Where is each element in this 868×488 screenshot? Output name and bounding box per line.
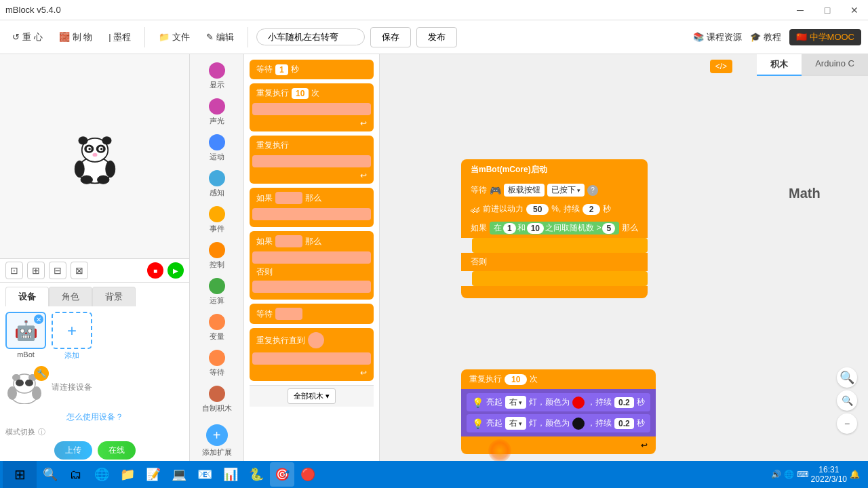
tab-devices[interactable]: 设备 [5, 287, 49, 306]
cat-events[interactable]: 事件 [194, 203, 240, 237]
forward-power-row[interactable]: 🏎 前进以动力 50 %, 持续 2 秒 [461, 200, 648, 218]
cat-sensing-dot [209, 170, 225, 186]
mbot-start-header[interactable]: 当mBot(mCore)启动 [461, 159, 648, 180]
sound-icon[interactable]: 🔊 [771, 470, 781, 479]
file-menu[interactable]: 📁 文件 [153, 28, 195, 46]
script-mbot-start: 当mBot(mCore)启动 等待 🎮 板载按钮 已按下▾ ? 🏎 前进以动力 … [461, 159, 648, 298]
grid-view-2[interactable]: ⊞ [27, 262, 45, 279]
if-slot [252, 208, 371, 220]
black-color-swatch[interactable] [572, 418, 585, 430]
cat-motion-dot [209, 134, 225, 150]
light-pos-2[interactable]: 右▾ [505, 417, 526, 430]
repeat-until-slot [252, 352, 371, 365]
taskbar-clock[interactable]: 16:31 2022/3/10 [811, 465, 847, 484]
upload-button[interactable]: 上传 [54, 441, 92, 460]
rand-max: 10 [527, 223, 544, 234]
grid-view-3[interactable]: ⊟ [49, 262, 66, 279]
titlebar: mBlock v5.4.0 ─ □ ✕ [0, 0, 868, 20]
taskbar-explorer[interactable]: 📁 [115, 462, 140, 487]
taskbar-search[interactable]: 🔍 [38, 462, 62, 487]
if-row[interactable]: 如果 在 1 和 10 之间取随机数 > 5 那么 [461, 218, 648, 238]
code-toggle-btn[interactable]: </> [710, 60, 732, 73]
grid-view-4[interactable]: ⊠ [71, 262, 88, 279]
edit-icon: ✎ [206, 32, 214, 42]
zoom-out-btn[interactable]: 🔍 [837, 390, 857, 411]
stop-button[interactable]: ■ [147, 262, 163, 279]
taskbar-red-app[interactable]: 🔴 [296, 462, 320, 487]
block-repeat-forever[interactable]: 重复执行 ↩ [250, 136, 374, 184]
taskbar-word[interactable]: 📝 [141, 462, 165, 487]
cat-motion[interactable]: 运动 [194, 131, 240, 165]
remove-device-btn[interactable]: ✕ [34, 314, 43, 324]
wait-button-row[interactable]: 等待 🎮 板载按钮 已按下▾ ? [461, 180, 648, 200]
tutorials-icon: 🎓 [750, 32, 761, 42]
mbot-device-item[interactable]: ✕ 🤖 mBot [5, 312, 46, 361]
add-extension[interactable]: + 添加扩展 [202, 424, 232, 458]
taskbar-code[interactable]: 💻 [167, 462, 191, 487]
block-wait-sec[interactable]: 等待 1 秒 [250, 60, 374, 79]
block-wait-until[interactable]: 等待 [250, 304, 374, 324]
cat-sound[interactable]: 声光 [194, 96, 240, 129]
network-icon[interactable]: 🌐 [784, 470, 794, 479]
zoom-in-btn[interactable]: 🔍 [837, 367, 857, 388]
mooc-label: 中学MOOC [810, 31, 854, 43]
course-resources-btn[interactable]: 📚 课程资源 [693, 31, 742, 43]
block-if-then[interactable]: 如果 那么 [250, 188, 374, 227]
if-end-cap [461, 286, 648, 298]
taskbar-mblock-running[interactable]: 🎯 [270, 462, 294, 487]
publish-button[interactable]: 发布 [416, 27, 457, 47]
how-to-use-text[interactable]: 怎么使用设备？ [66, 412, 123, 422]
tab-arduino-c[interactable]: Arduino C [802, 54, 868, 76]
cat-wait[interactable]: 等待 [194, 347, 240, 380]
light-red-row[interactable]: 💡 亮起 右▾ 灯，颜色为 ，持续 0.2 秒 [467, 393, 650, 411]
tab-characters[interactable]: 角色 [49, 287, 92, 306]
light-pos-1[interactable]: 右▾ [505, 396, 526, 409]
cat-variables[interactable]: 变量 [194, 311, 240, 344]
tutorials-btn[interactable]: 🎓 教程 [750, 31, 781, 43]
start-button[interactable]: ⊞ [3, 461, 37, 488]
taskbar-taskview[interactable]: 🗂 [64, 462, 88, 487]
mooc-badge[interactable]: 🇨🇳 中学MOOC [789, 29, 861, 45]
extend-custom-btn[interactable]: 全部积木 ▾ [288, 388, 336, 404]
taskbar-python[interactable]: 🐍 [244, 462, 269, 487]
help-icon-1[interactable]: ? [587, 185, 598, 196]
mbot-thumb: ✕ 🤖 [5, 312, 46, 349]
close-button[interactable]: ✕ [841, 0, 868, 20]
notification-icon[interactable]: 🔔 [850, 470, 860, 479]
cat-sensing[interactable]: 感知 [194, 167, 240, 201]
grid-view-1[interactable]: ⊡ [5, 262, 23, 279]
block-if-then-else[interactable]: 如果 那么 否则 [250, 231, 374, 300]
red-color-swatch[interactable] [572, 396, 585, 409]
save-button[interactable]: 保存 [370, 27, 411, 47]
add-device-btn[interactable]: + 添加 [52, 312, 92, 361]
reset-btn[interactable]: ↺ 重 心 [7, 28, 48, 46]
cat-math[interactable]: 运算 [194, 275, 240, 308]
cat-display[interactable]: 显示 [194, 60, 240, 93]
cat-control[interactable]: 控制 [194, 239, 240, 272]
edit-menu[interactable]: ✎ 编辑 [201, 28, 239, 46]
taskbar-ppt[interactable]: 📊 [218, 462, 243, 487]
lights-repeat-header[interactable]: 重复执行 10 次 [461, 369, 656, 389]
project-name-input[interactable] [256, 28, 365, 45]
make-btn[interactable]: 🧱 制 物 [54, 28, 98, 46]
zoom-reset-btn[interactable]: − [837, 413, 857, 434]
how-to-use-link[interactable]: 怎么使用设备？ [0, 409, 189, 426]
tab-blocks[interactable]: 积木 [757, 54, 802, 76]
online-button[interactable]: 在线 [98, 441, 136, 460]
light-black-row[interactable]: 💡 亮起 右▾ 灯，颜色为 ，持续 0.2 秒 [467, 414, 650, 432]
tab-backgrounds[interactable]: 背景 [92, 287, 136, 306]
keyboard-icon[interactable]: ⌨ [797, 470, 808, 479]
taskbar-email[interactable]: 📧 [193, 462, 217, 487]
extensions-btn[interactable]: | 墨程 [103, 28, 136, 46]
sprite-canvas [0, 54, 189, 259]
maximize-button[interactable]: □ [814, 0, 841, 20]
play-button[interactable]: ▶ [167, 262, 184, 279]
minimize-button[interactable]: ─ [787, 0, 814, 20]
taskbar-edge[interactable]: 🌐 [90, 462, 114, 487]
light-unit-1: 秒 [637, 396, 645, 408]
block-repeat-10[interactable]: 重复执行 10 次 ↩ [250, 83, 374, 131]
cat-events-dot [209, 206, 225, 222]
block-repeat-until[interactable]: 重复执行直到 ↩ [250, 328, 374, 381]
button-state-dropdown[interactable]: 已按下▾ [547, 184, 585, 197]
cat-custom[interactable]: 自制积木 [194, 383, 240, 416]
